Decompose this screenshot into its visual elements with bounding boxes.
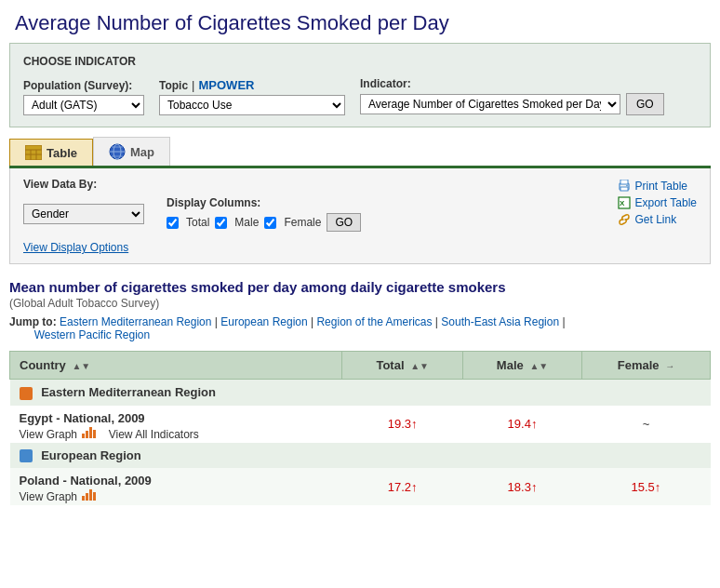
tab-table-label: Table [47,146,77,160]
svg-rect-11 [620,180,628,184]
female-sort-icon[interactable]: → [665,361,674,371]
print-table-link[interactable]: Print Table [618,180,698,193]
go-button[interactable]: GO [626,93,664,115]
get-link-link[interactable]: Get Link [618,213,698,226]
egypt-total: 19.3↑ [342,406,463,443]
tab-table[interactable]: Table [9,139,93,166]
population-select[interactable]: Adult (GATS) [23,95,144,115]
export-table-link[interactable]: X Export Table [618,196,698,209]
country-sort-icon[interactable]: ▲▼ [72,361,90,371]
actions-col: Print Table X Export Table Get Link [618,178,698,226]
region-eastern-med-label: Eastern Mediterranean Region [41,385,216,399]
display-cols-label: Display Columns: [167,196,361,209]
choose-indicator-label: CHOOSE INDICATOR [23,55,697,68]
print-table-label: Print Table [635,180,687,193]
male-sort-icon[interactable]: ▲▼ [529,361,548,371]
link-icon [618,213,631,226]
svg-rect-12 [620,187,628,191]
page-title: Average Number of Cigarettes Smoked per … [0,0,720,43]
region-icon-eastern-med [20,387,33,400]
bar-chart-icon-egypt [82,427,96,438]
col-total-checkbox[interactable] [167,217,179,229]
bar-chart-icon-poland [82,489,96,501]
topic-label: Topic [159,79,188,92]
region-eastern-med: Eastern Mediterranean Region [10,380,711,406]
data-section-title: Mean number of cigarettes smoked per day… [9,279,711,295]
col-female-label: Female [284,216,321,229]
indicator-box: CHOOSE INDICATOR Population (Survey): Ad… [9,43,711,127]
export-table-label: Export Table [635,196,698,209]
data-table: Country ▲▼ Total ▲▼ Male ▲▼ Female → Eas… [9,351,711,505]
print-icon [618,180,631,193]
table-row: Egypt - National, 2009 View Graph View A… [10,406,711,443]
svg-point-13 [626,185,628,187]
view-data-label: View Data By: [23,178,361,191]
tab-map-label: Map [130,145,154,159]
country-name-egypt: Egypt - National, 2009 [20,411,333,425]
indicator-group: Indicator: Average Number of Cigarettes … [360,77,664,115]
tabs-row: Table Map [9,137,711,168]
export-icon: X [618,196,631,209]
mpower-link[interactable]: MPOWER [199,78,255,92]
table-icon [25,145,42,160]
population-label: Population (Survey): [23,79,144,92]
poland-male: 18.3↑ [463,468,582,505]
view-graph-poland[interactable]: View Graph [20,490,77,503]
col-female-checkbox[interactable] [264,217,276,229]
col-male: Male ▲▼ [463,352,582,380]
poland-total: 17.2↑ [342,468,463,505]
data-section-subtitle: (Global Adult Tobacco Survey) [9,297,711,310]
egypt-male: 19.4↑ [463,406,582,443]
svg-text:X: X [620,199,625,207]
jump-european[interactable]: European Region [220,315,307,328]
col-male-checkbox[interactable] [215,217,227,229]
tab-map[interactable]: Map [93,137,170,166]
jump-to: Jump to: Eastern Mediterranean Region | … [9,315,711,341]
indicator-label: Indicator: [360,77,664,90]
col-female: Female → [581,352,710,380]
region-european: European Region [10,443,711,469]
globe-icon [109,143,126,160]
jump-southeast-asia[interactable]: South-East Asia Region [441,315,559,328]
country-name-poland: Poland - National, 2009 [20,474,333,488]
jump-americas[interactable]: Region of the Americas [316,315,432,328]
poland-female: 15.5↑ [581,468,710,505]
view-data-section: View Data By: Gender Display Columns: To… [23,178,361,254]
topic-select[interactable]: Tobacco Use [159,95,345,115]
display-cols: Display Columns: Total Male Female GO [167,196,361,232]
svg-rect-0 [25,145,42,160]
view-display-options-link[interactable]: View Display Options [23,241,361,254]
col-total-label: Total [186,216,209,229]
jump-eastern-med[interactable]: Eastern Mediterranean Region [60,315,211,328]
topic-group: Topic | MPOWER Tobacco Use [159,78,345,115]
population-group: Population (Survey): Adult (GATS) [23,79,144,115]
col-total: Total ▲▼ [342,352,463,380]
region-icon-european [20,449,33,462]
controls-box: View Data By: Gender Display Columns: To… [9,168,711,264]
view-data-select[interactable]: Gender [23,204,144,224]
col-country: Country ▲▼ [10,352,342,380]
get-link-label: Get Link [635,213,677,226]
view-all-indicators-egypt[interactable]: View All Indicators [109,428,199,441]
display-go-button[interactable]: GO [327,213,361,232]
jump-label: Jump to: [9,315,57,328]
jump-western-pacific[interactable]: Western Pacific Region [34,328,151,341]
view-graph-egypt[interactable]: View Graph [20,428,77,441]
pipe-separator: | [192,78,194,92]
indicator-select[interactable]: Average Number of Cigarettes Smoked per … [360,94,620,114]
col-male-label: Male [234,216,259,229]
region-european-label: European Region [41,448,141,462]
table-header-row: Country ▲▼ Total ▲▼ Male ▲▼ Female → [10,352,711,380]
total-sort-icon[interactable]: ▲▼ [410,361,429,371]
egypt-female: ~ [581,406,710,443]
table-row: Poland - National, 2009 View Graph 17.2↑… [10,468,711,505]
